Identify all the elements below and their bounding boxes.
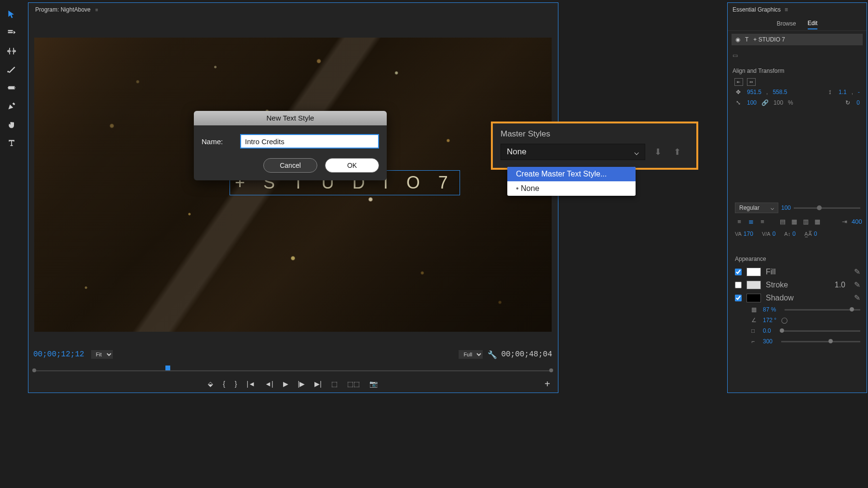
justify-all-icon[interactable]: ▦ xyxy=(813,218,822,225)
align-center-icon[interactable]: ≣ xyxy=(746,218,755,225)
link-icon[interactable]: 🔗 xyxy=(761,99,769,106)
angle-icon: ∠ xyxy=(751,317,758,324)
position-x[interactable]: 951.5 xyxy=(747,89,761,95)
blur-slider[interactable] xyxy=(781,341,860,342)
cancel-button[interactable]: Cancel xyxy=(263,158,317,173)
name-label: Name: xyxy=(202,137,231,146)
responsive-design-icon[interactable]: ▭ xyxy=(732,52,738,59)
align-left-icon[interactable]: ⇤ xyxy=(734,78,743,86)
master-style-select[interactable]: None ⌵ xyxy=(501,144,645,160)
font-size[interactable]: 100 xyxy=(781,204,791,211)
panel-menu-icon[interactable]: ≡ xyxy=(785,6,788,13)
baseline-val[interactable]: 0 xyxy=(792,230,796,237)
stroke-checkbox[interactable] xyxy=(735,282,742,288)
tab-edit[interactable]: Edit xyxy=(808,18,818,29)
align-left-icon[interactable]: ≡ xyxy=(735,218,744,225)
type-tool[interactable] xyxy=(6,137,17,149)
tracking-val[interactable]: 170 xyxy=(744,230,753,237)
video-preview[interactable]: + S T U D I O 7 xyxy=(34,38,552,332)
go-to-out-button[interactable]: ▶| xyxy=(314,380,322,388)
anchor-val2[interactable]: - xyxy=(858,89,860,95)
push-to-master-button[interactable]: ⬇ xyxy=(651,145,665,159)
scale-w[interactable]: 100 xyxy=(747,99,757,106)
program-header: Program: NightAbove ≡ xyxy=(28,3,558,16)
shadow-angle[interactable]: 172 ° xyxy=(763,317,776,324)
angle-dial-icon[interactable]: ◯ xyxy=(781,317,787,324)
scale-icon: ⤡ xyxy=(734,99,742,106)
align-right-icon[interactable]: ≡ xyxy=(758,218,767,225)
step-back-button[interactable]: ◄| xyxy=(265,380,273,388)
playhead[interactable] xyxy=(165,366,170,370)
justify-center-icon[interactable]: ▦ xyxy=(790,218,799,225)
export-frame-button[interactable]: 📷 xyxy=(369,380,378,388)
fill-label: Fill xyxy=(766,268,775,276)
blur-icon: ⌐ xyxy=(751,338,758,345)
opacity-slider[interactable] xyxy=(785,309,860,311)
ok-button[interactable]: OK xyxy=(325,158,379,173)
justify-right-icon[interactable]: ▥ xyxy=(801,218,810,225)
anchor-val[interactable]: 1.1 xyxy=(839,89,847,95)
stroke-width[interactable]: 1.0 xyxy=(835,281,845,289)
stroke-swatch[interactable] xyxy=(746,281,761,289)
resolution-select[interactable]: Full xyxy=(459,350,483,359)
settings-icon[interactable]: 🔧 xyxy=(488,350,497,359)
fill-checkbox[interactable] xyxy=(735,269,742,275)
shadow-opacity[interactable]: 87 % xyxy=(763,306,776,313)
transport-controls: ⬙ { } |◄ ◄| ▶ |▶ ▶| ⬚ ⬚⬚ 📷 + xyxy=(33,377,552,391)
eg-tabs: Browse Edit xyxy=(728,16,867,31)
zoom-select[interactable]: Fit xyxy=(91,350,113,359)
rotation-val[interactable]: 0 xyxy=(856,99,860,106)
mark-in-button[interactable]: { xyxy=(223,380,225,388)
step-forward-button[interactable]: |▶ xyxy=(298,380,305,388)
shadow-blur[interactable]: 300 xyxy=(763,338,773,345)
track-select-tool[interactable] xyxy=(6,27,17,39)
eyedropper-icon[interactable]: ✎ xyxy=(854,267,860,276)
visibility-icon[interactable]: ◉ xyxy=(735,36,740,43)
font-weight-select[interactable]: Regular⌵ xyxy=(735,203,778,213)
indent-val[interactable]: 400 xyxy=(852,218,860,225)
fill-swatch[interactable] xyxy=(746,268,761,276)
timeline-scrubber[interactable] xyxy=(33,366,552,375)
dropdown-item-none[interactable]: None xyxy=(507,181,636,196)
tab-browse[interactable]: Browse xyxy=(777,18,796,29)
leading-icon: A̲A̅ xyxy=(804,231,812,237)
play-button[interactable]: ▶ xyxy=(283,380,288,388)
shadow-checkbox[interactable] xyxy=(735,295,742,301)
eyedropper-icon[interactable]: ✎ xyxy=(854,280,860,289)
go-to-in-button[interactable]: |◄ xyxy=(247,380,256,388)
lift-button[interactable]: ⬚ xyxy=(331,380,338,388)
chevron-down-icon: ⌵ xyxy=(634,147,639,157)
text-layer-icon: T xyxy=(745,36,748,43)
ripple-edit-tool[interactable] xyxy=(6,45,17,57)
appearance-title: Appearance xyxy=(730,251,865,265)
style-name-input[interactable] xyxy=(240,134,379,149)
distance-slider[interactable] xyxy=(780,330,860,332)
out-point-handle[interactable] xyxy=(549,368,553,372)
button-editor-icon[interactable]: + xyxy=(544,379,550,390)
panel-menu-icon[interactable]: ≡ xyxy=(95,7,98,13)
in-point-handle[interactable] xyxy=(32,368,36,372)
slip-tool[interactable] xyxy=(6,82,17,94)
kerning-val[interactable]: 0 xyxy=(773,230,776,237)
eg-header: Essential Graphics ≡ xyxy=(728,3,867,16)
mark-in-icon[interactable]: ⬙ xyxy=(208,380,213,388)
pen-tool[interactable] xyxy=(6,100,17,112)
shadow-label: Shadow xyxy=(766,294,794,302)
selection-tool[interactable] xyxy=(6,9,17,20)
position-y[interactable]: 558.5 xyxy=(773,89,787,95)
layer-item[interactable]: ◉ T + STUDIO 7 xyxy=(732,34,863,45)
extract-button[interactable]: ⬚⬚ xyxy=(347,380,360,388)
hand-tool[interactable] xyxy=(6,119,17,130)
align-center-icon[interactable]: ⇔ xyxy=(747,78,756,86)
mark-out-button[interactable]: } xyxy=(235,380,237,388)
eyedropper-icon[interactable]: ✎ xyxy=(854,293,860,302)
pull-from-master-button[interactable]: ⬆ xyxy=(670,145,684,159)
dropdown-item-create[interactable]: Create Master Text Style... xyxy=(507,167,636,181)
current-timecode[interactable]: 00;00;12;12 xyxy=(33,350,84,359)
justify-left-icon[interactable]: ▤ xyxy=(778,218,787,225)
shadow-distance[interactable]: 0.0 xyxy=(763,327,771,334)
razor-tool[interactable] xyxy=(6,64,17,75)
shadow-swatch[interactable] xyxy=(746,294,761,302)
font-size-slider[interactable] xyxy=(794,207,860,209)
leading-val[interactable]: 0 xyxy=(814,230,817,237)
